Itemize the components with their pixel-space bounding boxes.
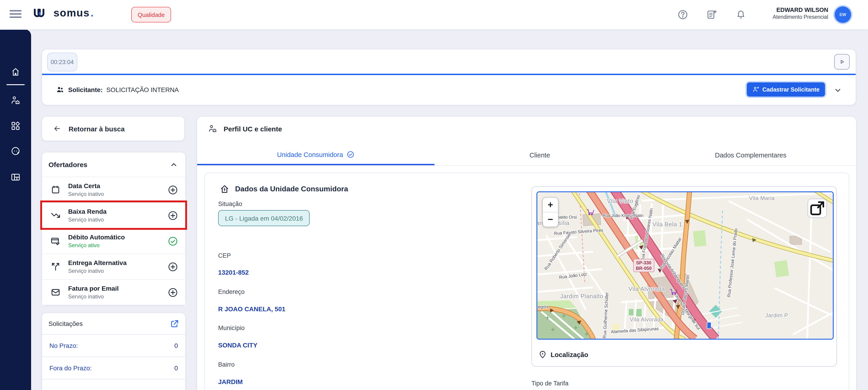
top-header: somus . Qualidade EDWARD WILSON Atendime… xyxy=(0,0,868,30)
map-label: Jardim P xyxy=(765,312,788,318)
check-circle-icon[interactable] xyxy=(168,236,178,246)
municipio-value: SONDA CITY xyxy=(218,341,257,349)
screenshot-root: somus . Qualidade EDWARD WILSON Atendime… xyxy=(0,0,868,390)
tab-label: Cliente xyxy=(529,151,550,159)
user-block[interactable]: EDWARD WILSON Atendimento Presencial xyxy=(773,6,828,20)
perfil-card: Perfil UC e cliente Unidade Consumidora … xyxy=(197,116,857,390)
ofertador-item-data-certa[interactable]: Data Certa Serviço inativo xyxy=(42,177,185,202)
card-check-icon xyxy=(51,236,60,246)
tipo-tarifa-label: Tipo de Tarifa xyxy=(531,380,568,387)
zoom-in-button[interactable]: + xyxy=(543,198,558,212)
rail-divider xyxy=(6,84,25,85)
tab-unidade-consumidora[interactable]: Unidade Consumidora xyxy=(197,145,434,165)
timer-row: 00:23:04 xyxy=(42,50,856,74)
cadastrar-label: Cadastrar Solicitante xyxy=(762,86,819,93)
map-label: Vila Maria xyxy=(749,195,775,201)
attendance-timer: 00:23:04 xyxy=(47,53,77,72)
endereco-label: Endereço xyxy=(218,288,245,295)
left-nav-rail xyxy=(0,29,31,390)
chevron-up-icon[interactable] xyxy=(170,161,178,169)
ofertador-item-entrega-alternativa[interactable]: Entrega Alternativa Serviço inativo xyxy=(42,254,185,279)
tabs-bar: Unidade Consumidora Cliente Dados Comple… xyxy=(197,145,856,166)
people-icon xyxy=(56,85,64,94)
ofertador-status: Serviço inativo xyxy=(68,293,168,300)
tab-dados-complementares[interactable]: Dados Complementares xyxy=(645,145,856,165)
map-card: Vila ViotoRua João Kroiss NalinVila Bela… xyxy=(531,186,837,367)
map-label: Rua Roberto Simonsen xyxy=(543,231,573,271)
logo-text: somus xyxy=(54,7,90,19)
ofertador-name: Débito Automático xyxy=(68,233,168,241)
app-window: somus . Qualidade EDWARD WILSON Atendime… xyxy=(0,0,868,390)
ofertador-status: Serviço ativo xyxy=(68,242,168,249)
mail-icon xyxy=(51,287,60,297)
solicitacoes-row: No Prazo: 0 xyxy=(42,334,185,357)
perfil-title: Perfil UC e cliente xyxy=(224,125,282,133)
plus-circle-icon[interactable] xyxy=(168,210,178,220)
calendar-icon xyxy=(51,185,60,195)
somus-logo[interactable]: somus . xyxy=(33,7,94,19)
map-label: egrini xyxy=(538,304,549,309)
tab-label: Unidade Consumidora xyxy=(277,151,343,158)
map-expand-button[interactable] xyxy=(808,199,827,218)
map-label: Rua Professor José Leme do Prado xyxy=(726,228,738,297)
help-icon[interactable] xyxy=(677,9,688,20)
map-labels: Vila ViotoRua João Kroiss NalinVila Bela… xyxy=(537,192,833,339)
map-label: Vila Alvorada xyxy=(630,316,663,323)
map-label: Alameda das Sibipirunas xyxy=(611,326,659,334)
situacao-label: Situação xyxy=(218,200,242,207)
endereco-value: R JOAO CANELA, 501 xyxy=(218,305,285,313)
bell-icon[interactable] xyxy=(735,9,746,20)
ofertadores-panel: Ofertadores Data Certa Serviço inativo xyxy=(42,152,186,305)
play-button[interactable] xyxy=(834,54,850,69)
solicitacoes-title: Solicitações xyxy=(49,320,83,327)
solicitante-value: SOLICITAÇÃO INTERNA xyxy=(106,86,179,93)
back-to-search-button[interactable]: Retornar à busca xyxy=(42,116,185,141)
ofertador-item-debito-automatico[interactable]: Débito Automático Serviço ativo xyxy=(42,228,185,254)
house-energy-icon xyxy=(219,184,229,194)
map-label: Vila Bela 1 xyxy=(652,221,682,228)
split-icon xyxy=(51,262,60,272)
dashboard-icon[interactable] xyxy=(10,121,21,131)
solicitante-label: Solicitante: xyxy=(68,86,103,93)
row-value: 0 xyxy=(174,364,178,372)
row-label: Fora do Prazo: xyxy=(50,364,92,372)
play-icon xyxy=(838,58,846,66)
logo-mark-icon xyxy=(33,8,50,18)
customer-home-icon[interactable] xyxy=(10,95,21,105)
municipio-label: Município xyxy=(218,325,245,331)
table-icon[interactable] xyxy=(10,172,21,182)
map-label: Vila Alvorada xyxy=(628,285,665,292)
plus-circle-icon[interactable] xyxy=(168,287,178,297)
expand-icon xyxy=(808,199,826,217)
bairro-label: Bairro xyxy=(218,361,235,368)
back-button-label: Retornar à busca xyxy=(69,125,125,133)
section-title: Dados da Unidade Consumidora xyxy=(235,185,348,193)
cep-label: CEP xyxy=(218,252,231,259)
route-badge: SP-330 BR-050 xyxy=(633,259,654,272)
ofertador-item-fatura-email[interactable]: Fatura por Email Serviço inativo xyxy=(42,279,185,305)
solicitacoes-row: Fora do Prazo: 0 xyxy=(42,357,185,379)
map-label: Vila Vioto xyxy=(607,197,633,204)
ofertador-item-baixa-renda[interactable]: Baixa Renda Serviço inativo xyxy=(42,202,185,228)
home-icon[interactable] xyxy=(10,67,21,77)
customer-home-icon xyxy=(208,124,217,133)
map-canvas[interactable]: Vila ViotoRua João Kroiss NalinVila Bela… xyxy=(536,191,834,340)
map-label: Rua João Kroiss Nalin xyxy=(603,213,644,218)
chevron-down-icon[interactable] xyxy=(834,86,842,94)
logo-dot: . xyxy=(91,7,94,19)
cadastrar-solicitante-button[interactable]: Cadastrar Solicitante xyxy=(747,82,825,96)
zoom-out-button[interactable]: − xyxy=(543,212,558,227)
plus-circle-icon[interactable] xyxy=(168,261,178,272)
hamburger-menu-icon[interactable] xyxy=(10,10,22,18)
assistant-face-icon[interactable] xyxy=(10,146,21,156)
ofertador-name: Data Certa xyxy=(68,182,168,190)
plus-circle-icon[interactable] xyxy=(168,185,178,195)
solicitante-row: Solicitante: SOLICITAÇÃO INTERNA Cadastr… xyxy=(42,75,856,104)
tab-cliente[interactable]: Cliente xyxy=(434,145,645,165)
row-value: 0 xyxy=(174,342,178,349)
avatar[interactable]: EW xyxy=(835,6,851,23)
attendance-bar: 00:23:04 Solicitante: SOLICITAÇÃO INTERN… xyxy=(42,49,856,105)
task-add-icon[interactable] xyxy=(706,9,717,20)
ofertador-status: Serviço inativo xyxy=(68,191,168,197)
external-link-icon[interactable] xyxy=(170,319,179,328)
